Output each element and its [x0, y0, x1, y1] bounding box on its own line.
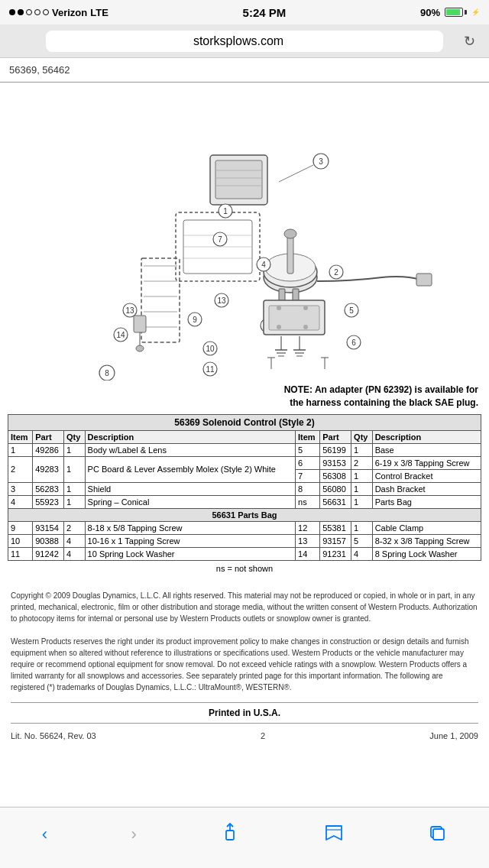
table-section-header-1: 56369 Solenoid Control (Style 2) [8, 414, 481, 430]
carrier-label: Verizon [52, 7, 87, 18]
col-header-desc1: Description [85, 430, 295, 443]
svg-rect-7 [215, 160, 262, 199]
dot-3 [26, 9, 32, 15]
battery-icon [445, 8, 467, 17]
forward-button[interactable]: › [124, 821, 144, 847]
status-bar: Verizon LTE 5:24 PM 90% ⚡ [0, 0, 489, 24]
svg-text:2: 2 [334, 268, 338, 277]
doc-date: June 1, 2009 [429, 731, 478, 740]
svg-point-56 [303, 325, 308, 329]
svg-point-43 [136, 345, 144, 351]
svg-text:11: 11 [206, 365, 215, 374]
svg-text:8: 8 [105, 369, 109, 377]
bookmarks-button[interactable] [316, 820, 351, 848]
svg-text:13: 13 [125, 306, 134, 315]
svg-text:1: 1 [223, 207, 228, 215]
table-section-header-2: 56631 Parts Bag [8, 508, 481, 521]
col-header-part2: Part [320, 430, 351, 443]
charging-icon: ⚡ [471, 8, 480, 16]
table-row: 1090388410-16 x 1 Tapping Screw 13931575… [8, 534, 481, 547]
svg-text:13: 13 [217, 296, 226, 305]
copyright-section: Copyright © 2009 Douglas Dynamics, L.L.C… [0, 584, 489, 699]
svg-text:9: 9 [193, 316, 197, 324]
tabs-button[interactable] [419, 820, 455, 848]
copyright-para-2: Western Products reserves the right unde… [11, 636, 478, 693]
svg-point-24 [284, 229, 296, 238]
svg-rect-52 [269, 306, 319, 330]
copyright-para-1: Copyright © 2009 Douglas Dynamics, L.L.C… [11, 590, 478, 624]
col-header-part1: Part [33, 430, 64, 443]
part-numbers: 56369, 56462 [0, 58, 489, 83]
svg-point-53 [277, 306, 281, 310]
svg-point-54 [303, 306, 308, 310]
parts-diagram: 3 1 7 4 2 [0, 83, 489, 381]
share-button[interactable] [212, 820, 248, 848]
back-button[interactable]: ‹ [34, 821, 55, 847]
bookmarks-icon [324, 823, 344, 843]
col-header-item1: Item [8, 430, 33, 443]
svg-rect-50 [416, 274, 432, 286]
table-row: 99315428-18 x 5/8 Tapping Screw 12553811… [8, 521, 481, 534]
status-left: Verizon LTE [9, 7, 108, 18]
svg-rect-41 [134, 316, 146, 332]
dot-1 [9, 9, 15, 15]
dot-5 [43, 9, 49, 15]
network-label: LTE [90, 7, 108, 18]
page-number: 2 [261, 731, 265, 740]
parts-section: 56369 Solenoid Control (Style 2) Item Pa… [0, 414, 489, 584]
svg-rect-81 [433, 829, 444, 840]
signal-dots [9, 9, 49, 15]
ns-note: ns = not shown [8, 561, 481, 576]
dot-2 [18, 9, 24, 15]
page-content: 56369, 56462 3 1 [0, 58, 489, 806]
note-strong: NOTE: An adapter (PN 62392) is available… [284, 384, 478, 408]
svg-text:4: 4 [261, 261, 266, 269]
browser-bar: storksplows.com ↻ [0, 24, 489, 58]
table-row: 3562831Shield 8560801Dash Bracket [8, 482, 481, 495]
reload-button[interactable]: ↻ [464, 33, 475, 50]
share-icon [220, 823, 240, 843]
battery-percent: 90% [420, 7, 440, 18]
dot-4 [34, 9, 40, 15]
tabs-icon [427, 823, 447, 843]
svg-text:10: 10 [206, 345, 215, 353]
svg-point-55 [277, 325, 281, 329]
doc-footer: Lit. No. 56624, Rev. 03 2 June 1, 2009 [0, 727, 489, 745]
lit-number: Lit. No. 56624, Rev. 03 [11, 731, 96, 740]
col-header-desc2: Description [372, 430, 481, 443]
table-row: 2492831PC Board & Lever Assembly Molex (… [8, 456, 481, 469]
svg-text:3: 3 [319, 157, 323, 166]
forward-icon: › [131, 824, 137, 844]
svg-text:6: 6 [351, 338, 356, 347]
svg-rect-0 [8, 83, 481, 381]
bottom-toolbar: ‹ › [0, 807, 489, 868]
back-icon: ‹ [42, 824, 47, 844]
note-text: NOTE: An adapter (PN 62392) is available… [0, 381, 489, 414]
svg-text:14: 14 [116, 331, 125, 339]
status-right: 90% ⚡ [420, 7, 480, 18]
table-row: 4559231Spring – Conical ns566311Parts Ba… [8, 495, 481, 508]
svg-text:5: 5 [349, 306, 354, 315]
printed-in-usa: Printed in U.S.A. [11, 702, 478, 724]
time-label: 5:24 PM [243, 6, 287, 19]
parts-table: 56369 Solenoid Control (Style 2) Item Pa… [8, 414, 481, 561]
svg-rect-23 [287, 235, 293, 274]
table-row: 1191242410 Spring Lock Washer 149123148 … [8, 547, 481, 560]
col-header-item2: Item [296, 430, 320, 443]
svg-rect-77 [226, 831, 234, 840]
table-row: 1492861Body w/Label & Lens 5561991Base [8, 443, 481, 456]
col-header-qty2: Qty [351, 430, 373, 443]
svg-text:7: 7 [218, 235, 222, 244]
url-bar[interactable]: storksplows.com [46, 31, 443, 52]
col-header-qty1: Qty [64, 430, 86, 443]
